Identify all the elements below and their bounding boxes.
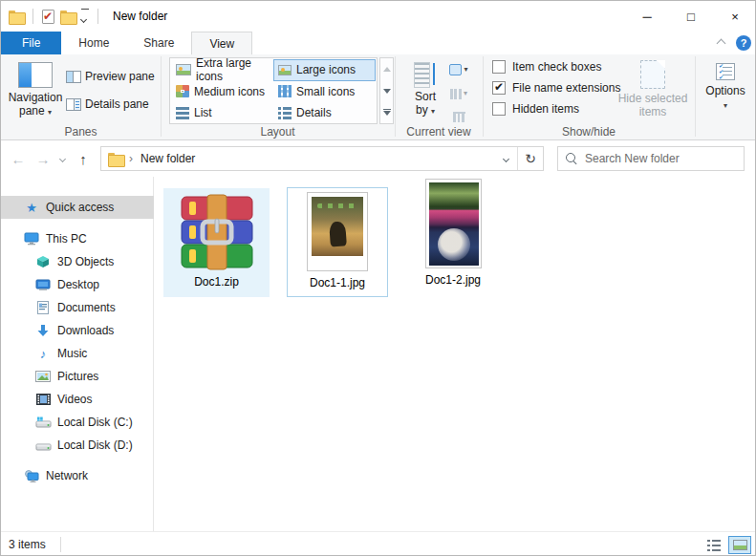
layout-details[interactable]: Details <box>273 102 376 124</box>
preview-pane-button[interactable]: Preview pane <box>66 68 155 85</box>
tab-file[interactable]: File <box>1 32 61 54</box>
collapse-ribbon-icon[interactable] <box>717 38 726 48</box>
item-check-boxes-checkbox[interactable]: Item check boxes <box>492 60 601 74</box>
tab-home[interactable]: Home <box>61 32 126 54</box>
up-button[interactable]: ↑ <box>72 140 95 177</box>
close-button[interactable]: × <box>713 1 756 32</box>
layout-small-icons[interactable]: Small icons <box>273 81 376 103</box>
group-by-button[interactable]: ▾ <box>446 59 471 80</box>
status-bar: 3 items <box>1 531 756 556</box>
file-name: Doc1.zip <box>194 275 239 289</box>
gallery-scroll-down[interactable] <box>380 80 393 102</box>
maximize-button[interactable]: □ <box>669 1 713 32</box>
layout-list[interactable]: List <box>171 102 273 124</box>
file-name-extensions-checkbox[interactable]: ✔ File name extensions <box>492 81 620 95</box>
sidebar-item-music[interactable]: ♪ Music <box>1 342 154 365</box>
details-pane-button[interactable]: Details pane <box>66 96 149 113</box>
gallery-scroll-up[interactable] <box>380 58 393 80</box>
checkbox-label: Item check boxes <box>512 60 601 74</box>
layout-extra-large-icons[interactable]: Extra large icons <box>171 59 273 81</box>
image-thumbnail <box>425 179 482 268</box>
caret-icon: ▾ <box>464 90 467 97</box>
sidebar-item-network[interactable]: Network <box>1 464 154 487</box>
file-doc1-1-jpg[interactable]: Doc1-1.jpg <box>287 187 388 297</box>
sidebar-item-label: Local Disk (D:) <box>57 438 133 452</box>
minimize-button[interactable]: ─ <box>625 1 669 32</box>
window-title: New folder <box>113 10 167 23</box>
address-dropdown-button[interactable] <box>494 147 517 170</box>
layout-item-label: Large icons <box>296 63 356 76</box>
chevron-down-icon <box>58 155 65 161</box>
qat-customize-dropdown[interactable] <box>81 9 89 25</box>
details-view-toggle[interactable] <box>702 536 725 554</box>
medium-icons-icon <box>176 85 189 97</box>
sidebar-item-desktop[interactable]: Desktop <box>1 273 154 296</box>
status-separator <box>60 537 61 552</box>
search-box[interactable] <box>557 146 745 171</box>
sidebar-item-label: Downloads <box>57 324 114 337</box>
details-view-icon <box>707 540 721 551</box>
gallery-more-button[interactable] <box>380 101 393 123</box>
help-icon[interactable]: ? <box>736 35 751 51</box>
sidebar-item-documents[interactable]: Documents <box>1 296 154 319</box>
checkbox-icon <box>492 102 506 116</box>
search-input[interactable] <box>585 152 728 165</box>
desktop-icon <box>34 279 52 291</box>
thumbnail-view-toggle[interactable] <box>728 536 751 554</box>
navigation-bar: ← → ↑ › New folder ↻ <box>1 140 756 177</box>
tab-view[interactable]: View <box>191 32 252 54</box>
titlebar-separator <box>32 9 33 24</box>
forward-button[interactable]: → <box>32 140 54 177</box>
add-columns-button[interactable]: ▾ <box>446 83 471 104</box>
options-label: Options <box>705 84 745 97</box>
details-pane-icon <box>66 98 81 111</box>
details-pane-label: Details pane <box>85 97 149 111</box>
chevron-down-icon <box>502 155 508 161</box>
group-by-icon <box>449 64 462 75</box>
recent-locations-dropdown[interactable] <box>54 140 70 177</box>
sidebar-item-videos[interactable]: Videos <box>1 388 154 411</box>
sort-by-icon <box>414 61 437 87</box>
search-icon <box>566 153 577 164</box>
navigation-pane-button[interactable]: Navigation pane ▾ <box>7 56 64 125</box>
size-columns-button[interactable] <box>446 105 471 126</box>
sidebar-item-this-pc[interactable]: This PC <box>1 227 154 250</box>
options-button[interactable]: Options ▾ <box>700 56 751 125</box>
options-icon <box>716 63 735 80</box>
qat-properties-icon[interactable]: ✔ <box>42 10 54 24</box>
network-icon <box>23 470 40 482</box>
hide-selected-items-icon <box>640 60 665 89</box>
address-bar[interactable]: › New folder ↻ <box>100 146 544 171</box>
tab-share[interactable]: Share <box>126 32 191 54</box>
checkbox-icon: ✔ <box>492 81 506 95</box>
sort-by-button[interactable]: Sort by ▾ <box>406 56 444 125</box>
star-icon: ★ <box>23 201 40 215</box>
sidebar-item-downloads[interactable]: Downloads <box>1 319 154 342</box>
sort-by-label-2: by <box>416 103 428 117</box>
file-doc1-2-jpg[interactable]: Doc1-2.jpg <box>405 190 501 295</box>
qat-newfolder-icon[interactable] <box>60 11 76 23</box>
window-controls: ─ □ × <box>625 1 756 32</box>
disk-d-icon <box>34 439 52 452</box>
sidebar-item-local-disk-d[interactable]: Local Disk (D:) <box>1 434 154 457</box>
gallery-scrollbar <box>379 57 394 124</box>
sidebar: ★ Quick access This PC 3D Objects Deskto… <box>1 177 154 531</box>
sidebar-item-local-disk-c[interactable]: Local Disk (C:) <box>1 411 154 434</box>
file-doc1-zip[interactable]: Doc1.zip <box>163 188 270 297</box>
download-icon <box>34 324 52 337</box>
breadcrumb-folder-icon <box>108 153 123 165</box>
sidebar-item-quick-access[interactable]: ★ Quick access <box>1 196 154 219</box>
layout-item-label: Medium icons <box>194 85 265 98</box>
computer-icon <box>23 232 40 246</box>
sidebar-item-pictures[interactable]: Pictures <box>1 365 154 388</box>
layout-large-icons[interactable]: Large icons <box>273 59 376 81</box>
breadcrumb[interactable]: New folder <box>140 152 195 165</box>
back-button[interactable]: ← <box>7 140 30 177</box>
sidebar-item-3d-objects[interactable]: 3D Objects <box>1 250 154 273</box>
hide-selected-items-button[interactable]: Hide selected items <box>613 56 693 125</box>
hidden-items-checkbox[interactable]: Hidden items <box>492 102 579 116</box>
refresh-button[interactable]: ↻ <box>518 147 543 170</box>
winrar-icon <box>179 194 255 270</box>
sidebar-item-label: Network <box>46 469 88 482</box>
layout-medium-icons[interactable]: Medium icons <box>171 81 273 103</box>
